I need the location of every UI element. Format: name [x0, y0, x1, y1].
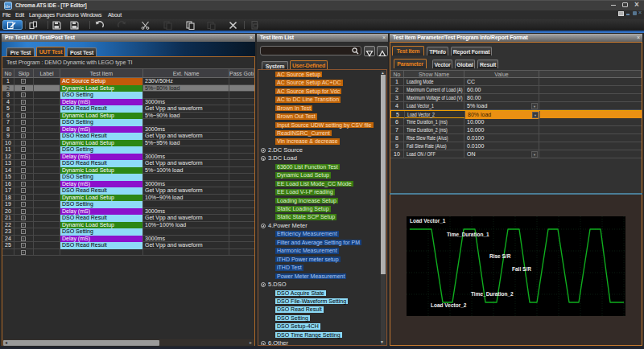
svg-text:ide: ide: [5, 4, 10, 9]
